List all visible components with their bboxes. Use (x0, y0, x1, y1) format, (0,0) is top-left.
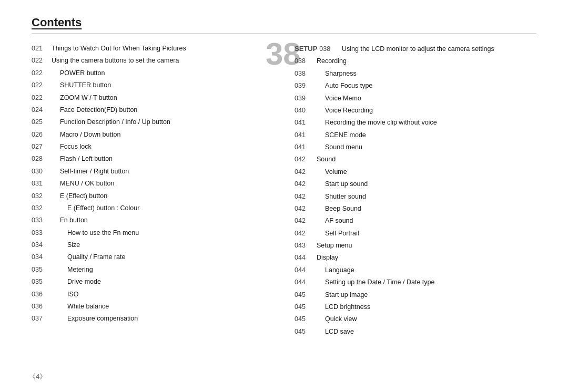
toc-item-label: Quick view (317, 314, 357, 324)
toc-item-label: Language (317, 265, 354, 275)
list-item: 022ZOOM W / T button (32, 93, 273, 103)
toc-page-number: 042 (295, 179, 317, 189)
toc-item-label: Self Portrait (317, 229, 359, 239)
list-item: 044Display (295, 253, 536, 263)
toc-page-number: 024 (32, 105, 52, 115)
list-item: 038Sharpness (295, 69, 536, 79)
list-item: 039Auto Focus type (295, 81, 536, 91)
left-column: 021Things to Watch Out for When Taking P… (32, 44, 273, 339)
toc-page-number: 031 (32, 179, 52, 189)
toc-page-number: 039 (295, 81, 317, 91)
footer-page-number: 《4》 (29, 372, 46, 381)
toc-page-number: 042 (295, 167, 317, 177)
list-item: 021Things to Watch Out for When Taking P… (32, 44, 273, 54)
toc-page-number: 030 (32, 167, 52, 177)
list-item: 032E (Effect) button : Colour (32, 203, 273, 213)
toc-page-number: 022 (32, 93, 52, 103)
list-item: 025Function Description / Info / Up butt… (32, 117, 273, 127)
list-item: 045Start up image (295, 290, 536, 300)
list-item: 041SCENE mode (295, 130, 536, 140)
list-item: 042AF sound (295, 216, 536, 226)
toc-item-label: White balance (52, 302, 109, 312)
list-item: 030Self-timer / Right button (32, 167, 273, 177)
toc-page-number: 026 (32, 130, 52, 140)
toc-item-label: ZOOM W / T button (52, 93, 117, 103)
toc-page-number: 040 (295, 106, 317, 116)
toc-item-label: Exposure compensation (52, 314, 138, 324)
list-item: 045LCD save (295, 327, 536, 337)
list-item: 041Sound menu (295, 142, 536, 152)
list-item: SETUP038Using the LCD monitor to adjust … (295, 44, 536, 54)
toc-page-number: 022 (32, 80, 52, 90)
toc-item-label: E (Effect) button (52, 191, 107, 201)
toc-item-label: Setting up the Date / Time / Date type (317, 277, 434, 287)
toc-item-label: Fn button (52, 215, 88, 225)
toc-page-number: 043 (295, 241, 317, 251)
toc-item-label: Size (52, 240, 80, 250)
toc-item-label: Recording the movie clip without voice (317, 118, 437, 128)
right-column: 38SETUP038Using the LCD monitor to adjus… (295, 44, 536, 339)
list-item: 022Using the camera buttons to set the c… (32, 56, 273, 66)
toc-item-label: Things to Watch Out for When Taking Pict… (52, 44, 186, 54)
list-item: 043Setup menu (295, 241, 536, 251)
toc-item-label: SHUTTER button (52, 80, 111, 90)
toc-page-number: 032 (32, 203, 52, 213)
toc-page-number: 036 (32, 290, 52, 300)
list-item: 037Exposure compensation (32, 314, 273, 324)
toc-page-number: 022 (32, 56, 52, 66)
toc-item-label: Focus lock (52, 142, 92, 152)
list-item: 035Metering (32, 265, 273, 275)
toc-page-number: SETUP038 (295, 44, 342, 54)
toc-item-label: Auto Focus type (317, 81, 372, 91)
toc-page-number: 042 (295, 192, 317, 202)
list-item: 022POWER button (32, 68, 273, 78)
toc-page-number: 033 (32, 228, 52, 238)
toc-page-number: 034 (32, 240, 52, 250)
toc-page-number: 035 (32, 265, 52, 275)
toc-item-label: Quality / Frame rate (52, 252, 125, 262)
toc-page-number: 035 (32, 277, 52, 287)
list-item: 036ISO (32, 290, 273, 300)
list-item: 038Recording (295, 56, 536, 66)
toc-item-label: E (Effect) button : Colour (52, 203, 139, 213)
toc-page-number: 045 (295, 290, 317, 300)
toc-item-label: Sound menu (317, 142, 362, 152)
toc-item-label: POWER button (52, 68, 105, 78)
toc-item-label: ISO (52, 290, 79, 300)
toc-page-number: 037 (32, 314, 52, 324)
toc-item-label: Beep Sound (317, 204, 361, 214)
toc-page-number: 041 (295, 130, 317, 140)
toc-item-label: MENU / OK button (52, 179, 115, 189)
toc-item-label: Self-timer / Right button (52, 167, 129, 177)
toc-page-number: 038 (295, 69, 317, 79)
toc-page-number: 025 (32, 117, 52, 127)
toc-page-number: 044 (295, 253, 317, 263)
list-item: 033How to use the Fn menu (32, 228, 273, 238)
list-item: 042Shutter sound (295, 192, 536, 202)
list-item: 044Language (295, 265, 536, 275)
toc-item-label: LCD save (317, 327, 354, 337)
list-item: 045Quick view (295, 314, 536, 324)
toc-page-number: 042 (295, 204, 317, 214)
toc-item-label: Drive mode (52, 277, 101, 287)
toc-item-label: LCD brightness (317, 302, 370, 312)
toc-item-label: Metering (52, 265, 93, 275)
list-item: 042Self Portrait (295, 229, 536, 239)
list-item: 035Drive mode (32, 277, 273, 287)
list-item: 034Quality / Frame rate (32, 252, 273, 262)
toc-page-number: 038 (295, 56, 317, 66)
content-columns: 021Things to Watch Out for When Taking P… (32, 44, 536, 339)
toc-item-label: Recording (317, 56, 347, 66)
toc-page-number: 027 (32, 142, 52, 152)
toc-page-number: 042 (295, 216, 317, 226)
toc-page-number: 045 (295, 314, 317, 324)
toc-page-number: 041 (295, 118, 317, 128)
toc-page-number: 036 (32, 302, 52, 312)
list-item: 040Voice Recording (295, 106, 536, 116)
toc-item-label: Shutter sound (317, 192, 366, 202)
list-item: 042Beep Sound (295, 204, 536, 214)
toc-item-label: Display (317, 253, 338, 263)
list-item: 042Start up sound (295, 179, 536, 189)
toc-item-label: Function Description / Info / Up button (52, 117, 170, 127)
toc-page-number: 044 (295, 265, 317, 275)
